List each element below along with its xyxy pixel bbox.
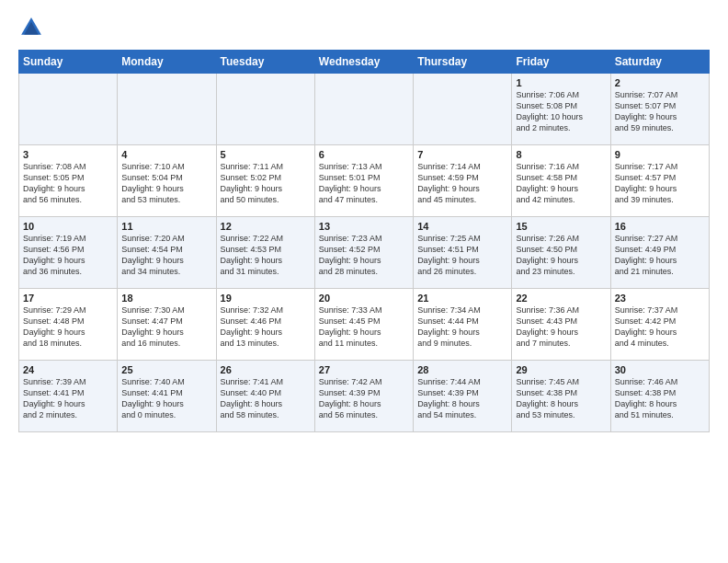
day-info: Sunrise: 7:33 AM Sunset: 4:45 PM Dayligh… [319, 304, 409, 350]
day-number: 7 [417, 149, 507, 160]
calendar-cell: 4Sunrise: 7:10 AM Sunset: 5:04 PM Daylig… [118, 145, 216, 217]
day-number: 25 [121, 364, 211, 375]
calendar-cell: 27Sunrise: 7:42 AM Sunset: 4:39 PM Dayli… [314, 361, 413, 432]
day-info: Sunrise: 7:26 AM Sunset: 4:50 PM Dayligh… [516, 233, 606, 278]
calendar-cell: 25Sunrise: 7:40 AM Sunset: 4:41 PM Dayli… [118, 361, 216, 432]
day-number: 12 [221, 221, 311, 232]
calendar-cell: 30Sunrise: 7:46 AM Sunset: 4:38 PM Dayli… [610, 361, 709, 432]
logo [18, 15, 48, 40]
calendar-cell: 6Sunrise: 7:13 AM Sunset: 5:01 PM Daylig… [314, 145, 413, 217]
page-container: SundayMondayTuesdayWednesdayThursdayFrid… [0, 0, 728, 442]
day-number: 26 [221, 364, 311, 375]
day-info: Sunrise: 7:11 AM Sunset: 5:02 PM Dayligh… [221, 161, 311, 206]
day-number: 6 [319, 149, 409, 160]
day-info: Sunrise: 7:37 AM Sunset: 4:42 PM Dayligh… [615, 304, 705, 350]
calendar-cell: 17Sunrise: 7:29 AM Sunset: 4:48 PM Dayli… [19, 289, 118, 361]
calendar-cell [314, 74, 413, 145]
calendar-cell: 10Sunrise: 7:19 AM Sunset: 4:56 PM Dayli… [19, 217, 118, 289]
day-number: 23 [615, 293, 705, 304]
logo-icon [18, 15, 44, 40]
day-number: 16 [615, 221, 705, 232]
day-number: 22 [516, 293, 606, 304]
day-number: 2 [615, 77, 705, 88]
calendar-week-row: 3Sunrise: 7:08 AM Sunset: 5:05 PM Daylig… [19, 145, 710, 217]
calendar-cell: 3Sunrise: 7:08 AM Sunset: 5:05 PM Daylig… [19, 145, 118, 217]
day-number: 28 [417, 364, 507, 375]
calendar-cell: 29Sunrise: 7:45 AM Sunset: 4:38 PM Dayli… [512, 361, 610, 432]
calendar-cell: 1Sunrise: 7:06 AM Sunset: 5:08 PM Daylig… [512, 74, 610, 145]
calendar-cell: 20Sunrise: 7:33 AM Sunset: 4:45 PM Dayli… [314, 289, 413, 361]
day-info: Sunrise: 7:29 AM Sunset: 4:48 PM Dayligh… [23, 304, 113, 350]
day-info: Sunrise: 7:14 AM Sunset: 4:59 PM Dayligh… [417, 161, 507, 206]
day-number: 8 [516, 149, 606, 160]
day-info: Sunrise: 7:40 AM Sunset: 4:41 PM Dayligh… [121, 376, 211, 421]
day-number: 30 [615, 364, 705, 375]
calendar-cell: 14Sunrise: 7:25 AM Sunset: 4:51 PM Dayli… [414, 217, 512, 289]
day-info: Sunrise: 7:08 AM Sunset: 5:05 PM Dayligh… [23, 161, 113, 206]
calendar-cell: 13Sunrise: 7:23 AM Sunset: 4:52 PM Dayli… [314, 217, 413, 289]
day-number: 10 [23, 221, 113, 232]
day-number: 13 [319, 221, 409, 232]
calendar-week-row: 1Sunrise: 7:06 AM Sunset: 5:08 PM Daylig… [19, 74, 710, 145]
day-info: Sunrise: 7:17 AM Sunset: 4:57 PM Dayligh… [615, 161, 705, 206]
day-info: Sunrise: 7:44 AM Sunset: 4:39 PM Dayligh… [417, 376, 507, 421]
weekday-header: Saturday [610, 51, 709, 74]
calendar-cell [414, 74, 512, 145]
day-number: 19 [221, 293, 311, 304]
calendar-cell: 24Sunrise: 7:39 AM Sunset: 4:41 PM Dayli… [19, 361, 118, 432]
day-info: Sunrise: 7:10 AM Sunset: 5:04 PM Dayligh… [121, 161, 211, 206]
calendar-cell: 19Sunrise: 7:32 AM Sunset: 4:46 PM Dayli… [216, 289, 314, 361]
day-number: 21 [417, 293, 507, 304]
weekday-header: Wednesday [314, 51, 413, 74]
day-info: Sunrise: 7:45 AM Sunset: 4:38 PM Dayligh… [516, 376, 606, 421]
calendar-week-row: 17Sunrise: 7:29 AM Sunset: 4:48 PM Dayli… [19, 289, 710, 361]
day-info: Sunrise: 7:23 AM Sunset: 4:52 PM Dayligh… [319, 233, 409, 278]
weekday-header: Monday [118, 51, 216, 74]
weekday-header: Sunday [19, 51, 118, 74]
calendar-cell: 12Sunrise: 7:22 AM Sunset: 4:53 PM Dayli… [216, 217, 314, 289]
day-info: Sunrise: 7:34 AM Sunset: 4:44 PM Dayligh… [417, 304, 507, 350]
day-info: Sunrise: 7:19 AM Sunset: 4:56 PM Dayligh… [23, 233, 113, 278]
day-number: 4 [121, 149, 211, 160]
calendar-cell: 9Sunrise: 7:17 AM Sunset: 4:57 PM Daylig… [610, 145, 709, 217]
day-number: 9 [615, 149, 705, 160]
calendar-cell: 28Sunrise: 7:44 AM Sunset: 4:39 PM Dayli… [414, 361, 512, 432]
calendar-cell [216, 74, 314, 145]
day-info: Sunrise: 7:27 AM Sunset: 4:49 PM Dayligh… [615, 233, 705, 278]
calendar-cell: 23Sunrise: 7:37 AM Sunset: 4:42 PM Dayli… [610, 289, 709, 361]
day-info: Sunrise: 7:22 AM Sunset: 4:53 PM Dayligh… [221, 233, 311, 278]
calendar-week-row: 24Sunrise: 7:39 AM Sunset: 4:41 PM Dayli… [19, 361, 710, 432]
calendar-cell: 18Sunrise: 7:30 AM Sunset: 4:47 PM Dayli… [118, 289, 216, 361]
day-info: Sunrise: 7:06 AM Sunset: 5:08 PM Dayligh… [516, 89, 606, 134]
weekday-header: Thursday [414, 51, 512, 74]
day-number: 24 [23, 364, 113, 375]
calendar-cell: 21Sunrise: 7:34 AM Sunset: 4:44 PM Dayli… [414, 289, 512, 361]
calendar-cell: 8Sunrise: 7:16 AM Sunset: 4:58 PM Daylig… [512, 145, 610, 217]
day-info: Sunrise: 7:36 AM Sunset: 4:43 PM Dayligh… [516, 304, 606, 350]
day-number: 11 [121, 221, 211, 232]
day-info: Sunrise: 7:42 AM Sunset: 4:39 PM Dayligh… [319, 376, 409, 421]
calendar-cell: 16Sunrise: 7:27 AM Sunset: 4:49 PM Dayli… [610, 217, 709, 289]
calendar-header-row: SundayMondayTuesdayWednesdayThursdayFrid… [19, 51, 710, 74]
day-info: Sunrise: 7:20 AM Sunset: 4:54 PM Dayligh… [121, 233, 211, 278]
day-info: Sunrise: 7:39 AM Sunset: 4:41 PM Dayligh… [23, 376, 113, 421]
calendar-cell: 15Sunrise: 7:26 AM Sunset: 4:50 PM Dayli… [512, 217, 610, 289]
calendar-cell: 22Sunrise: 7:36 AM Sunset: 4:43 PM Dayli… [512, 289, 610, 361]
weekday-header: Tuesday [216, 51, 314, 74]
calendar-week-row: 10Sunrise: 7:19 AM Sunset: 4:56 PM Dayli… [19, 217, 710, 289]
day-number: 14 [417, 221, 507, 232]
day-info: Sunrise: 7:30 AM Sunset: 4:47 PM Dayligh… [121, 304, 211, 350]
day-info: Sunrise: 7:46 AM Sunset: 4:38 PM Dayligh… [615, 376, 705, 421]
calendar-cell [19, 74, 118, 145]
day-info: Sunrise: 7:25 AM Sunset: 4:51 PM Dayligh… [417, 233, 507, 278]
day-number: 15 [516, 221, 606, 232]
calendar-cell: 26Sunrise: 7:41 AM Sunset: 4:40 PM Dayli… [216, 361, 314, 432]
day-number: 27 [319, 364, 409, 375]
day-number: 18 [121, 293, 211, 304]
calendar-cell: 2Sunrise: 7:07 AM Sunset: 5:07 PM Daylig… [610, 74, 709, 145]
day-info: Sunrise: 7:16 AM Sunset: 4:58 PM Dayligh… [516, 161, 606, 206]
calendar-cell [118, 74, 216, 145]
day-info: Sunrise: 7:07 AM Sunset: 5:07 PM Dayligh… [615, 89, 705, 134]
calendar-table: SundayMondayTuesdayWednesdayThursdayFrid… [18, 50, 710, 432]
day-number: 20 [319, 293, 409, 304]
